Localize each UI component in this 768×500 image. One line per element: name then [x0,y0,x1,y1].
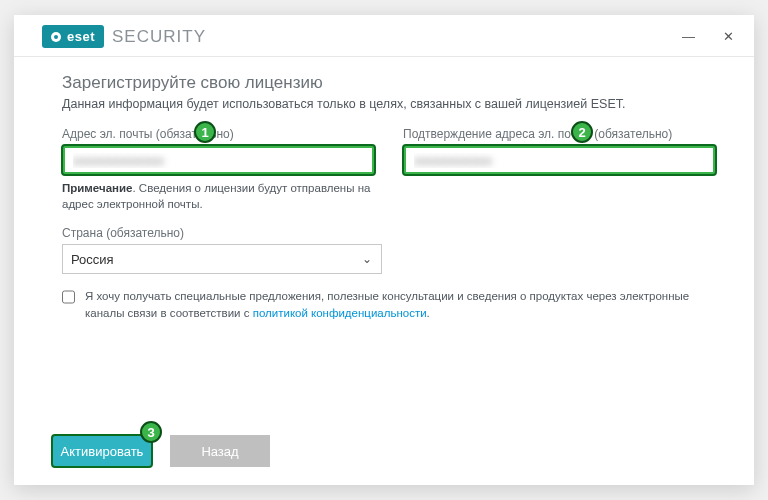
app-window: eset SECURITY — ✕ Зарегистрируйте свою л… [14,15,754,485]
page-description: Данная информация будет использоваться т… [62,97,716,111]
activate-button-label: Активировать [61,444,144,459]
email-confirm-column: Подтверждение адреса эл. почты (обязател… [403,127,716,212]
consent-checkbox[interactable] [62,290,75,304]
note-bold: Примечание [62,182,132,194]
callout-3: 3 [140,421,162,443]
logo-eye-icon [51,32,61,42]
email-field[interactable] [62,145,375,175]
consent-row: Я хочу получать специальные предложения,… [62,288,716,321]
activate-button[interactable]: Активировать [52,435,152,467]
page-title: Зарегистрируйте свою лицензию [62,73,716,93]
eset-logo: eset [42,25,104,48]
email-column: Адрес эл. почты (обязательно) 1 Примечан… [62,127,375,212]
back-button[interactable]: Назад [170,435,270,467]
footer-buttons: Активировать 3 Назад [14,421,754,485]
activate-wrap: Активировать 3 [52,435,152,467]
brand: eset SECURITY [42,25,206,48]
consent-label: Я хочу получать специальные предложения,… [85,288,716,321]
email-row: Адрес эл. почты (обязательно) 1 Примечан… [62,127,716,212]
close-button[interactable]: ✕ [719,25,738,48]
consent-text-after: . [427,307,430,319]
callout-1: 1 [194,121,216,143]
titlebar: eset SECURITY — ✕ [14,15,754,57]
country-select-wrap: Россия ⌄ [62,244,382,274]
country-label: Страна (обязательно) [62,226,716,240]
callout-2: 2 [571,121,593,143]
email-confirm-label: Подтверждение адреса эл. почты (обязател… [403,127,716,141]
logo-text: eset [67,29,95,44]
minimize-button[interactable]: — [678,25,699,48]
privacy-policy-link[interactable]: политикой конфиденциальности [253,307,427,319]
email-label: Адрес эл. почты (обязательно) [62,127,375,141]
email-note: Примечание. Сведения о лицензии будут от… [62,181,375,212]
country-select[interactable]: Россия [62,244,382,274]
country-block: Страна (обязательно) Россия ⌄ [62,226,716,274]
email-confirm-field[interactable] [403,145,716,175]
window-controls: — ✕ [678,25,738,48]
back-button-label: Назад [201,444,238,459]
content-area: Зарегистрируйте свою лицензию Данная инф… [14,57,754,485]
brand-subtitle: SECURITY [112,27,206,47]
